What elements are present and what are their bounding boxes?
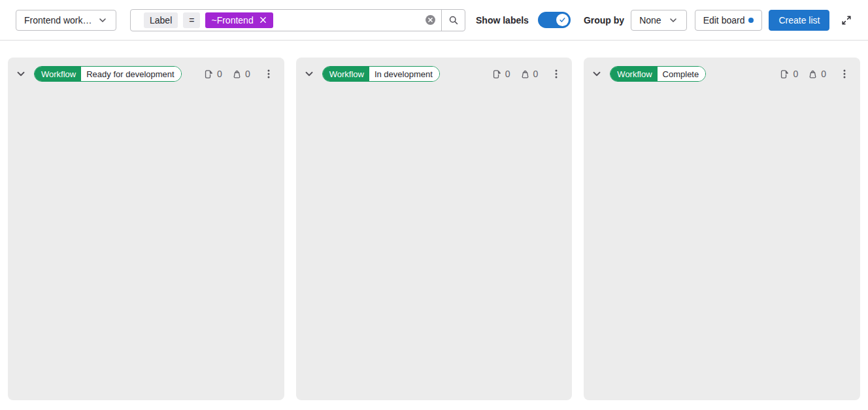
board-column-complete: Workflow Complete 0 [584,58,860,400]
chevron-down-icon [668,15,678,26]
weight-icon [520,69,530,79]
edit-board-label: Edit board [703,15,745,26]
chevron-down-icon [591,68,603,80]
filter-search-input[interactable] [278,14,419,26]
column-header: Workflow Ready for development 0 [8,58,284,83]
create-list-button[interactable]: Create list [769,10,829,31]
filter-token-value-label: ~Frontend [211,15,253,26]
weight-count: 0 [533,69,539,79]
column-scoped-label[interactable]: Workflow Complete [610,66,706,82]
weight-count: 0 [821,69,826,79]
column-counts: 0 0 [492,69,539,79]
chevron-down-icon [15,68,27,80]
issue-board: Workflow Ready for development 0 [0,41,868,400]
group-by-label: Group by [584,15,624,26]
issues-icon [780,69,790,79]
circle-x-icon [425,14,436,26]
collapse-column-button[interactable] [300,65,318,83]
diagonal-expand-arrows-icon [841,15,852,26]
board-column-ready-for-development: Workflow Ready for development 0 [8,58,284,400]
column-menu-button[interactable] [835,65,854,83]
label-scope: Workflow [35,67,81,81]
notification-dot [748,18,754,23]
show-labels-label: Show labels [476,15,529,26]
search-button[interactable] [441,10,465,31]
edit-board-button[interactable]: Edit board [695,10,763,31]
fullscreen-button[interactable] [836,10,857,31]
board-toolbar: Frontend workfl… Label = ~Frontend [0,0,868,41]
issue-count-group: 0 [492,69,510,79]
weight-count-group: 0 [808,69,826,79]
column-counts: 0 0 [780,69,826,79]
remove-token-icon[interactable] [259,16,267,24]
chevron-down-icon [97,15,108,26]
filter-token-key[interactable]: Label [144,12,178,28]
toggle-knob [556,14,569,26]
filter-bar[interactable]: Label = ~Frontend [130,9,465,31]
column-header: Workflow In development 0 [296,58,573,83]
issue-count: 0 [505,69,510,79]
board-switcher-dropdown[interactable]: Frontend workfl… [16,10,116,31]
issue-count-group: 0 [204,69,222,79]
issues-icon [492,69,502,79]
checkmark-icon [558,16,567,24]
collapse-column-button[interactable] [588,65,606,83]
group-by-value: None [639,15,661,26]
create-list-label: Create list [778,15,820,26]
label-value: Ready for development [81,67,180,81]
show-labels-toggle[interactable] [538,12,571,28]
issue-count: 0 [793,69,798,79]
collapse-column-button[interactable] [12,65,30,83]
issues-icon [204,69,214,79]
filter-token-list: Label = ~Frontend [131,12,419,28]
column-scoped-label[interactable]: Workflow In development [322,66,440,82]
clear-filter-button[interactable] [419,10,441,30]
column-menu-button[interactable] [547,65,565,83]
board-column-in-development: Workflow In development 0 [296,58,573,400]
column-menu-button[interactable] [259,65,278,83]
weight-icon [808,69,818,79]
search-icon [448,15,459,26]
weight-icon [232,69,242,79]
group-by-dropdown[interactable]: None [631,10,686,31]
weight-count-group: 0 [232,69,250,79]
label-scope: Workflow [323,67,369,81]
column-scoped-label[interactable]: Workflow Ready for development [34,66,182,82]
issue-count-group: 0 [780,69,798,79]
weight-count-group: 0 [520,69,539,79]
vertical-ellipsis-icon [839,69,850,79]
board-switcher-label: Frontend workfl… [24,15,92,26]
column-counts: 0 0 [204,69,250,79]
vertical-ellipsis-icon [551,69,561,79]
filter-token-value[interactable]: ~Frontend [205,12,273,28]
vertical-ellipsis-icon [263,69,274,79]
weight-count: 0 [245,69,250,79]
issue-count: 0 [217,69,222,79]
column-header: Workflow Complete 0 [584,58,860,83]
filter-token-operator[interactable]: = [183,12,200,28]
label-value: Complete [658,67,706,81]
label-value: In development [369,67,439,81]
chevron-down-icon [303,68,315,80]
label-scope: Workflow [610,67,657,81]
